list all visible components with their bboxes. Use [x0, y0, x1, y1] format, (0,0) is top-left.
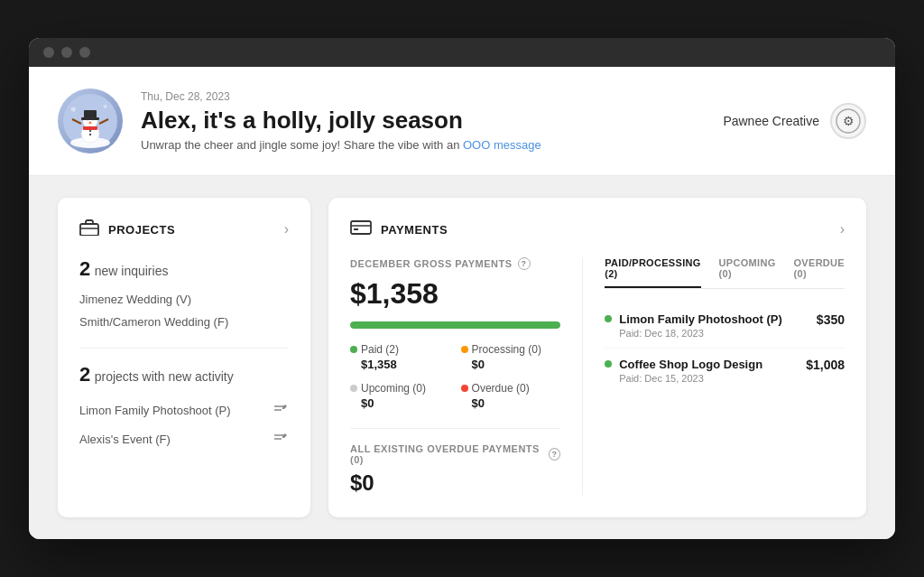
overdue-dot: [461, 385, 468, 392]
projects-card-header: PROJECTS ›: [79, 219, 289, 239]
stat-processing-label: Processing (0): [461, 343, 561, 356]
svg-rect-27: [354, 228, 358, 230]
payments-tabs: PAID/PROCESSING (2) UPCOMING (0) OVERDUE…: [605, 257, 845, 289]
payment-name-1: Limon Family Photoshoot (P): [619, 312, 817, 326]
payment-amount-2: $1,008: [806, 358, 845, 372]
new-inquiries-count: 2: [79, 257, 90, 280]
stat-upcoming: Upcoming (0) $0: [350, 382, 450, 410]
avatar: ❄ ❄: [58, 88, 123, 154]
stat-paid: Paid (2) $1,358: [350, 343, 450, 371]
inquiry-item-2[interactable]: Smith/Cameron Wedding (F): [79, 311, 289, 333]
payment-stats: Paid (2) $1,358 Processing (0) $0: [350, 343, 560, 410]
projects-card-header-left: PROJECTS: [79, 219, 175, 239]
stat-processing: Processing (0) $0: [461, 343, 561, 371]
svg-point-6: [87, 118, 88, 120]
projects-divider: [79, 348, 289, 349]
titlebar: [29, 38, 895, 67]
window-dot-3[interactable]: [79, 47, 90, 58]
svg-text:❄: ❄: [70, 106, 77, 114]
overdue-help-icon[interactable]: ?: [549, 448, 560, 461]
svg-point-10: [89, 130, 91, 132]
svg-text:❄: ❄: [103, 104, 107, 109]
header-subtitle: Unwrap the cheer and jingle some joy! Sh…: [141, 138, 541, 152]
company-logo-icon: ⚙: [836, 108, 861, 134]
stat-overdue-label: Overdue (0): [461, 382, 561, 395]
overdue-section: ALL EXISTING OVERDUE PAYMENTS (0) ? $0: [350, 428, 560, 496]
projects-chevron[interactable]: ›: [284, 221, 289, 237]
svg-text:⚙: ⚙: [843, 114, 855, 128]
payments-card: PAYMENTS › DECEMBER GROSS PAYMENTS ? $1,…: [328, 198, 866, 517]
payments-progress-bar: [350, 321, 560, 329]
payments-card-header-left: PAYMENTS: [350, 219, 448, 239]
payments-card-header: PAYMENTS ›: [350, 219, 845, 239]
overdue-label: ALL EXISTING OVERDUE PAYMENTS (0) ?: [350, 443, 560, 465]
header: ❄ ❄ Thu, Dec 28, 2023 Alex, it's a holly…: [29, 67, 895, 176]
tab-upcoming[interactable]: UPCOMING (0): [719, 257, 776, 288]
header-left: ❄ ❄ Thu, Dec 28, 2023 Alex, it's a holly…: [58, 88, 541, 154]
header-title: Alex, it's a holly, jolly season: [141, 107, 541, 135]
svg-rect-14: [83, 126, 97, 130]
window-dot-1[interactable]: [43, 47, 54, 58]
avatar-illustration: ❄ ❄: [63, 94, 117, 148]
activity-count: 2: [79, 363, 90, 386]
upcoming-dot: [350, 385, 357, 392]
stat-overdue-value: $0: [461, 396, 561, 410]
svg-rect-19: [80, 224, 98, 236]
new-inquiries-label: new inquiries: [95, 264, 169, 278]
payments-title: PAYMENTS: [381, 223, 448, 237]
tab-overdue[interactable]: OVERDUE (0): [794, 257, 845, 288]
stat-overdue: Overdue (0) $0: [461, 382, 561, 410]
stat-paid-label: Paid (2): [350, 343, 450, 356]
activity-section: 2 projects with new activity Limon Famil…: [79, 363, 289, 453]
payments-amount: $1,358: [350, 277, 560, 311]
window-dot-2[interactable]: [61, 47, 72, 58]
activity-item-2[interactable]: Alexis's Event (F): [79, 424, 289, 453]
svg-point-7: [92, 118, 94, 120]
activity-name-2: Alexis's Event (F): [79, 433, 171, 446]
payment-row-2[interactable]: Coffee Shop Logo Design Paid: Dec 15, 20…: [605, 349, 845, 393]
main-window: ❄ ❄ Thu, Dec 28, 2023 Alex, it's a holly…: [29, 38, 895, 539]
payment-info-1: Limon Family Photoshoot (P) Paid: Dec 18…: [619, 312, 817, 339]
svg-point-11: [89, 134, 91, 135]
new-inquiries-header: 2 new inquiries: [79, 257, 289, 281]
tab-paid-processing[interactable]: PAID/PROCESSING (2): [605, 257, 700, 288]
activity-name-1: Limon Family Photoshoot (P): [79, 404, 231, 417]
payments-progress-fill: [350, 321, 560, 329]
company-logo[interactable]: ⚙: [830, 103, 866, 139]
stat-paid-value: $1,358: [350, 358, 450, 371]
header-text: Thu, Dec 28, 2023 Alex, it's a holly, jo…: [141, 90, 541, 152]
payment-row-1[interactable]: Limon Family Photoshoot (P) Paid: Dec 18…: [605, 303, 845, 349]
activity-label: projects with new activity: [95, 369, 234, 384]
activity-item-1[interactable]: Limon Family Photoshoot (P): [79, 396, 289, 424]
projects-card: PROJECTS › 2 new inquiries Jimenez Weddi…: [58, 198, 310, 517]
header-right: Pawnee Creative ⚙: [723, 103, 866, 139]
payment-dot-2: [605, 360, 612, 368]
payment-dot-1: [605, 315, 612, 322]
payment-name-2: Coffee Shop Logo Design: [619, 358, 806, 371]
svg-rect-25: [351, 221, 371, 234]
payment-amount-1: $350: [817, 312, 845, 327]
stat-upcoming-label: Upcoming (0): [350, 382, 450, 395]
december-help-icon[interactable]: ?: [518, 257, 531, 270]
projects-title: PROJECTS: [108, 223, 175, 237]
ooo-link[interactable]: OOO message: [463, 138, 541, 152]
payment-info-2: Coffee Shop Logo Design Paid: Dec 15, 20…: [619, 358, 806, 384]
header-date: Thu, Dec 28, 2023: [141, 90, 541, 103]
payment-date-2: Paid: Dec 15, 2023: [619, 373, 806, 384]
payments-top: DECEMBER GROSS PAYMENTS ? $1,358 Paid (2…: [350, 257, 845, 496]
stat-processing-value: $0: [461, 358, 561, 371]
stat-upcoming-value: $0: [350, 396, 450, 410]
payments-chevron[interactable]: ›: [840, 221, 845, 237]
main-content: PROJECTS › 2 new inquiries Jimenez Weddi…: [29, 176, 895, 539]
december-label: DECEMBER GROSS PAYMENTS ?: [350, 257, 560, 270]
new-inquiries-section: 2 new inquiries Jimenez Wedding (V) Smit…: [79, 257, 289, 333]
paid-dot: [350, 346, 357, 353]
payment-date-1: Paid: Dec 18, 2023: [619, 328, 817, 339]
edit-icon-2: [273, 430, 289, 448]
svg-rect-5: [81, 117, 99, 120]
payments-right: PAID/PROCESSING (2) UPCOMING (0) OVERDUE…: [582, 257, 845, 496]
inquiry-item-1[interactable]: Jimenez Wedding (V): [79, 288, 289, 311]
overdue-amount: $0: [350, 470, 560, 496]
briefcase-icon: [79, 219, 99, 239]
payments-left: DECEMBER GROSS PAYMENTS ? $1,358 Paid (2…: [350, 257, 560, 496]
